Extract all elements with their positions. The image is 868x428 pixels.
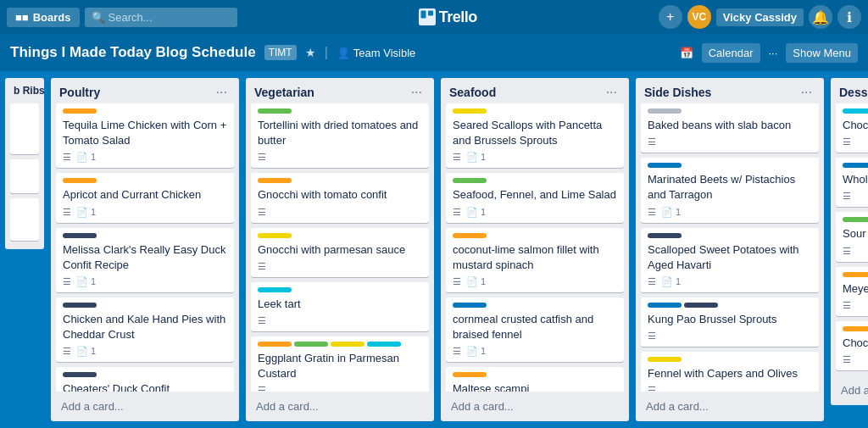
label-orange (453, 372, 487, 377)
show-menu-button[interactable]: Show Menu (786, 43, 858, 63)
card-text-s3: coconut-lime salmon fillet with mustard … (453, 242, 617, 273)
boards-label: Boards (33, 11, 71, 24)
label-orange (843, 326, 868, 331)
card-sd3[interactable]: Scalloped Sweet Potatoes with Aged Havar… (641, 228, 819, 292)
list-header-dessert: Dessert ··· (831, 78, 868, 103)
card-d3[interactable]: Sour C...☰ (836, 212, 868, 261)
user-menu-button[interactable]: Vicky Cassidy (716, 8, 804, 26)
card-v5[interactable]: Eggplant Gratin in Parmesan Custard☰ (251, 336, 429, 392)
board-abbr: TIMT (264, 45, 297, 60)
list-menu-btn-vegetarian[interactable]: ··· (408, 85, 426, 100)
add-card-btn-sidedishes[interactable]: Add a card... (641, 397, 819, 416)
card-v2[interactable]: Gnocchi with tomato confit☰ (251, 173, 429, 222)
ellipsis: ··· (769, 47, 778, 59)
team-visible: 👤 Team Visible (337, 47, 415, 59)
card-footer-s4: ☰📄 1 (453, 346, 617, 357)
list-title-partial: b Ribs) (14, 85, 44, 97)
card-labels-v4 (258, 287, 422, 292)
label-blue (648, 163, 682, 168)
search-input[interactable] (108, 11, 227, 24)
card-footer-p4: ☰📄 1 (63, 346, 227, 357)
team-label: Team Visible (353, 47, 415, 59)
card-text-d4: Meyer... Cracke... (843, 281, 868, 297)
card-labels-p4 (63, 303, 227, 308)
list-menu-btn-seafood[interactable]: ··· (603, 85, 620, 100)
card-s5[interactable]: Maltese scampi (446, 367, 624, 392)
add-card-btn-vegetarian[interactable]: Add a card... (251, 397, 429, 416)
board-header-right: 📅 Calendar ··· Show Menu (680, 43, 858, 63)
count-icon: 📄 1 (466, 346, 486, 357)
card-p5[interactable]: Cheaters' Duck Confit☰📄 1 (56, 367, 234, 392)
add-button[interactable]: + (659, 5, 682, 29)
desc-icon: ☰ (258, 152, 266, 163)
card-footer-s1: ☰📄 1 (453, 152, 617, 163)
card-footer-d5: ☰ (843, 354, 868, 365)
add-card-btn-dessert[interactable]: Add a c... (836, 381, 868, 400)
card-sd1[interactable]: Baked beans with slab bacon☰ (641, 103, 819, 153)
label-orange (843, 272, 868, 277)
label-green (294, 342, 328, 347)
card-footer-v4: ☰ (258, 315, 422, 326)
svg-rect-2 (428, 11, 433, 16)
board-title: Things I Made Today Blog Schedule (10, 44, 256, 61)
star-icon[interactable]: ★ (305, 46, 316, 59)
label-yellow (648, 357, 682, 362)
user-name: Vicky Cassidy (723, 11, 797, 24)
card-d1[interactable]: Choco...☰ (836, 103, 868, 153)
cards-container-sidedishes: Baked beans with slab bacon☰Marinated Be… (636, 103, 824, 392)
boards-icon: ■■ (15, 11, 29, 24)
label-blue (648, 303, 682, 308)
calendar-button[interactable]: Calendar (702, 43, 760, 63)
card-v1[interactable]: Tortellini with dried tomatoes and butte… (251, 103, 429, 168)
card-s4[interactable]: cornmeal crusted catfish and braised fen… (446, 297, 624, 362)
list-header-poultry: Poultry ··· (51, 78, 239, 103)
card-sd5[interactable]: Fennel with Capers and Olives☰ (641, 352, 819, 392)
list-menu-btn-poultry[interactable]: ··· (213, 85, 231, 100)
card-v4[interactable]: Leek tart☰ (251, 282, 429, 331)
desc-icon: ☰ (648, 276, 656, 287)
list-menu-btn-sidedishes[interactable]: ··· (798, 85, 815, 100)
card-d4[interactable]: Meyer... Cracke...☰ (836, 267, 868, 316)
add-card-btn-poultry[interactable]: Add a card... (56, 397, 234, 416)
boards-button[interactable]: ■■ Boards (7, 8, 80, 27)
label-orange (63, 178, 97, 183)
card-d2[interactable]: Whole...☰ (836, 158, 868, 207)
label-yellow (453, 108, 487, 114)
label-dark (648, 233, 682, 238)
card-labels-d3 (843, 217, 868, 222)
card-partial-2[interactable] (10, 159, 39, 193)
card-labels-s5 (453, 372, 617, 377)
card-labels-d2 (843, 163, 868, 168)
label-dark (684, 303, 718, 308)
list-vegetarian: Vegetarian ··· Tortellini with dried tom… (246, 78, 434, 421)
info-button[interactable]: ℹ (837, 5, 861, 29)
add-card-btn-seafood[interactable]: Add a card... (446, 397, 624, 416)
card-sd2[interactable]: Marinated Beets w/ Pistachios and Tarrag… (641, 158, 819, 222)
card-p3[interactable]: Melissa Clark's Really Easy Duck Confit … (56, 228, 234, 292)
label-dark (63, 303, 97, 308)
card-p1[interactable]: Tequila Lime Chicken with Corn + Tomato … (56, 103, 234, 168)
card-footer-d1: ☰ (843, 136, 868, 147)
card-text-v2: Gnocchi with tomato confit (258, 187, 422, 203)
card-text-p5: Cheaters' Duck Confit (63, 381, 227, 392)
card-v3[interactable]: Gnocchi with parmesan sauce☰ (251, 228, 429, 277)
card-text-sd4: Kung Pao Brussel Sprouts (648, 312, 812, 327)
card-labels-sd5 (648, 357, 812, 362)
card-footer-p3: ☰📄 1 (63, 276, 227, 287)
card-p4[interactable]: Chicken and Kale Hand Pies with Cheddar … (56, 297, 234, 362)
list-header-vegetarian: Vegetarian ··· (246, 78, 434, 103)
card-d5[interactable]: Choco...☰ (836, 321, 868, 370)
card-partial-1[interactable] (10, 103, 39, 154)
desc-icon: ☰ (843, 300, 851, 311)
card-s3[interactable]: coconut-lime salmon fillet with mustard … (446, 228, 624, 292)
card-p2[interactable]: Apricot and Currant Chicken☰📄 1 (56, 173, 234, 222)
list-poultry: Poultry ··· Tequila Lime Chicken with Co… (51, 78, 239, 421)
card-sd4[interactable]: Kung Pao Brussel Sprouts☰ (641, 297, 819, 347)
card-footer-d3: ☰ (843, 246, 868, 257)
card-labels-v2 (258, 178, 422, 183)
card-s2[interactable]: Seafood, Fennel, and Lime Salad☰📄 1 (446, 173, 624, 222)
card-partial-3[interactable] (10, 198, 39, 241)
desc-icon: ☰ (843, 136, 851, 147)
card-s1[interactable]: Seared Scallops with Pancetta and Brusse… (446, 103, 624, 168)
notifications-button[interactable]: 🔔 (809, 5, 832, 29)
